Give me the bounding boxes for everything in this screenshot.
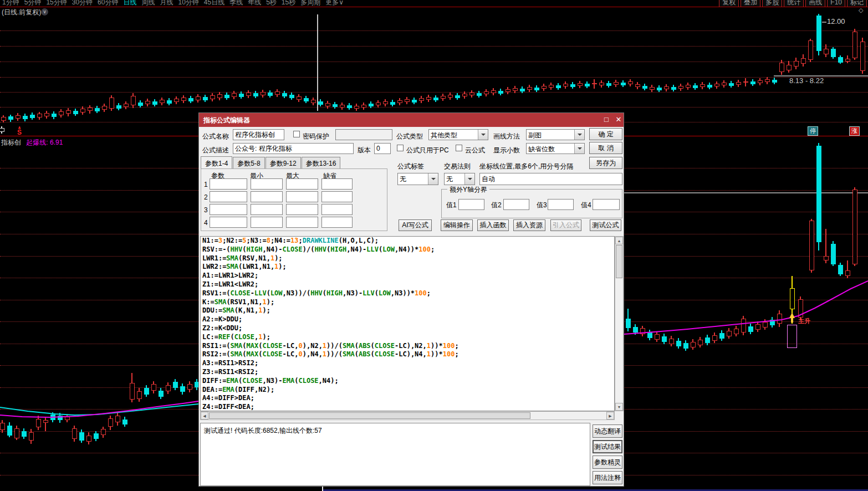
decimal-select[interactable]: 缺省位数 [526,143,585,154]
scroll-up-icon[interactable]: ▲ [615,237,623,244]
code-line: RSI1:=(SMA(MAX(CLOSE-LC,0),N2,1))/(SMA(A… [201,342,614,351]
param-input-r4c1[interactable] [210,217,247,228]
y-value-label-值3: 值3 [537,201,547,210]
button-插入函数[interactable]: 插入函数 [477,219,509,231]
code-line: A2:=K>DDU; [201,315,614,324]
chevron-down-icon[interactable] [428,173,438,185]
param-input-r1c3[interactable] [286,178,318,190]
y-value-label-值4: 值4 [581,201,591,210]
formula-type-select[interactable]: 其他类型 [428,129,488,140]
sub-indicator-title: 指标创 起爆线: 6.91 [1,138,63,147]
formula-code-editor[interactable]: N1:=3;N2:=5;N3:=8;N4:=13;DRAWKLINE(H,O,L… [200,236,615,411]
side-button-用法注释[interactable]: 用法注释 [593,471,622,484]
param-input-r1c1[interactable] [210,178,247,190]
decimal-label: 显示小数 [493,146,520,155]
trade-rule-select[interactable]: 无 [444,173,475,185]
chevron-down-icon[interactable] [478,130,488,140]
param-input-r1c4[interactable] [321,178,353,190]
sell-signal-marker: ∧ S [17,126,22,135]
param-input-r2c2[interactable] [251,191,283,202]
app-window: 1分钟5分钟15分钟30分钟60分钟日线周线月线10分钟45日线季线年线5秒15… [0,0,868,491]
button-AI写公式[interactable]: AI写公式 [399,219,432,231]
scroll-left-icon[interactable]: ◀ [201,412,208,420]
param-input-r3c2[interactable] [251,204,283,215]
code-line: LWR2:=SMA(LWR1,N1,1); [201,263,614,272]
save-as-button[interactable]: 另存为 [589,157,622,169]
code-line: N1:=3;N2:=5;N3:=8;N4:=13;DRAWKLINE(H,O,L… [201,237,614,246]
name-label: 公式名称 [202,132,229,141]
bottom-axis-tick [322,486,323,491]
button-测试公式[interactable]: 测试公式 [590,219,621,231]
password-checkbox[interactable] [293,131,300,137]
scroll-down-icon[interactable]: ▼ [615,403,623,411]
formula-tag-select[interactable]: 无 [397,173,438,185]
code-vertical-scrollbar[interactable]: ▲ ▼ [615,236,624,411]
code-line: DEA:=EMA(DIFF,N2); [201,386,614,395]
drawmethod-select[interactable]: 副图 [526,129,585,140]
formula-name-input[interactable] [233,129,284,140]
tab-参数1-4[interactable]: 参数1-4 [201,156,232,170]
buy-signal-marker [787,325,797,348]
param-input-r4c2[interactable] [251,217,283,228]
h-scroll-thumb[interactable] [209,412,530,419]
code-line: RSV:=-(HHV(HIGH,N4)-CLOSE)/(HHV(HIGH,N4)… [201,246,614,254]
param-panel: 参数最小最大缺省1234 [201,168,387,231]
param-row-label: 4 [204,219,208,227]
param-input-r4c3[interactable] [286,217,318,228]
formula-tag-value: 无 [398,173,428,185]
hand-pointer-icon [789,313,795,318]
maximize-button[interactable]: □ [601,115,611,124]
param-row-label: 1 [204,181,208,188]
drawmethod-value: 副图 [527,130,574,140]
close-button[interactable]: ✕ [614,115,624,124]
code-line: RSI2:=(SMA(MAX(CLOSE-LC,0),N4,1))/(SMA(A… [201,350,614,359]
chevron-down-icon[interactable] [574,144,584,154]
param-input-r2c1[interactable] [210,191,247,202]
param-input-r3c1[interactable] [210,204,247,215]
cloud-checkbox[interactable] [456,145,462,151]
v-scroll-thumb[interactable] [616,245,622,278]
limit-badge-涨: 涨 [849,126,860,136]
cancel-button[interactable]: 取 消 [589,142,622,154]
param-input-r3c4[interactable] [321,204,353,215]
hand-pointer-stem [791,318,793,323]
button-编辑操作[interactable]: 编辑操作 [441,219,473,231]
param-input-r3c3[interactable] [286,204,318,215]
coord-hint-label: 坐标线位置,最多6个,用分号分隔 [479,162,573,171]
code-line: LC:=REF(CLOSE,1); [201,333,614,342]
side-button-参数精灵[interactable]: 参数精灵 [593,456,622,469]
chevron-down-icon[interactable] [574,130,584,140]
version-input[interactable] [374,143,391,154]
y-value-input-4[interactable] [593,199,620,210]
extra-y-axis-title: 额外Y轴分界 [447,185,489,195]
signal-text: 主升 [798,317,810,325]
scroll-right-icon[interactable]: ▶ [606,412,614,420]
side-button-动态翻译[interactable]: 动态翻译 [593,424,622,438]
param-input-r2c3[interactable] [286,191,318,202]
chevron-down-icon[interactable] [464,173,474,185]
ma-line-magenta-right [624,281,868,334]
pc-only-label: 公式只用于PC [406,146,449,155]
code-line: RSV1:=(CLOSE-LLV(LOW,N3))/(HHV(HIGH,N3)-… [201,289,614,298]
code-line: Z2:=K<DDU; [201,324,614,333]
y-value-input-3[interactable] [548,199,574,210]
password-label: 密码保护 [303,132,329,141]
formula-desc-input[interactable] [233,143,354,154]
y-value-input-1[interactable] [458,199,484,210]
type-label: 公式类型 [396,132,423,141]
coord-position-input[interactable] [479,173,622,185]
y-value-input-2[interactable] [503,199,529,210]
param-input-r4c4[interactable] [321,217,353,228]
code-line: DDU:=SMA(K,N1,1); [201,306,614,315]
password-input [335,129,392,140]
pc-only-checkbox[interactable] [397,145,404,151]
ok-button[interactable]: 确 定 [589,128,622,140]
param-input-r1c2[interactable] [251,178,283,190]
code-horizontal-scrollbar[interactable]: ◀ ▶ [200,411,615,420]
param-input-r2c4[interactable] [321,191,353,202]
side-button-测试结果[interactable]: 测试结果 [593,440,622,453]
button-插入资源[interactable]: 插入资源 [513,219,545,231]
code-line: LWR1:=SMA(RSV,N1,1); [201,254,614,263]
indicator-name: 指标创 [1,139,21,146]
desc-label: 公式描述 [202,146,229,155]
